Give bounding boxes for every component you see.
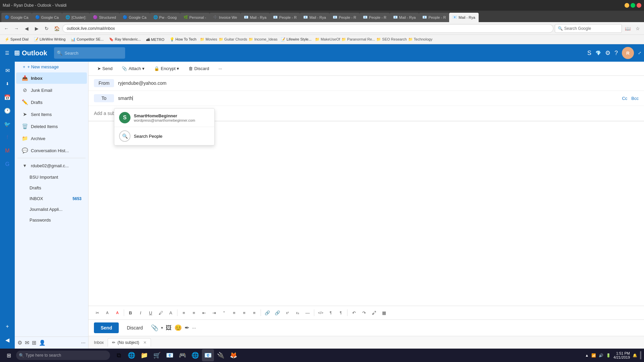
bookmark-guitar[interactable]: 📁 Guitar Chords [219,37,248,42]
desktop-show-icon[interactable] [640,351,641,359]
bookmark-technology[interactable]: 📁 Technology [408,37,433,42]
taskbar-time[interactable]: 1:51 PM 4/21/2019 [613,351,630,359]
bookmark-speed-dial[interactable]: ⚡ Speed Dial [3,37,31,42]
bookmark-lifewire[interactable]: 📝 LifeWire Writing [32,37,67,42]
nav-item-drafts-sub[interactable]: Drafts [21,183,87,193]
hamburger-menu[interactable]: ☰ [3,49,11,57]
home-button[interactable]: 🏠 [52,24,61,33]
search-people-option[interactable]: 🔍 Search People [114,127,214,145]
taskbar-app-store[interactable]: 🛒 [151,349,163,361]
nav-item-drafts[interactable]: ✏️ Drafts [16,97,87,108]
outlook-search-input[interactable] [54,47,125,59]
reload-button[interactable]: ↻ [42,24,51,33]
fmt-superscript[interactable]: x² [283,308,292,317]
fmt-paragraph2[interactable]: ¶ [336,308,345,317]
draft-tab-subject[interactable]: ✏ (No subject) ✕ [108,338,151,347]
fmt-italic[interactable]: I [136,308,145,317]
sidebar-icon-gmail[interactable]: M [1,145,13,157]
bookmark-income[interactable]: 📁 Income_Ideas [249,37,277,42]
expand-icon[interactable]: ⤢ [638,51,641,55]
bookmark-competitor[interactable]: 📊 Competitor SE... [69,37,106,42]
fmt-link[interactable]: 🔗 [263,308,272,317]
settings-icon[interactable]: ⚙ [605,49,610,57]
fmt-align-center[interactable]: ≡ [239,308,249,317]
bcc-button[interactable]: Bcc [631,96,639,101]
fmt-align-right[interactable]: ≡ [250,308,259,317]
bookmark-lifewire-style[interactable]: 📝 Lifewire Style... [279,37,314,42]
fmt-font-color[interactable]: A [113,308,122,317]
nav-grid-icon[interactable]: ⊞ [32,340,36,346]
tab-1[interactable]: 🔵Google Ca [32,13,62,22]
fmt-source[interactable]: </> [316,308,325,317]
nav-item-conversation[interactable]: 💬 Conversation Hist... [16,145,87,156]
sidebar-icon-download[interactable]: ⬇ [1,78,13,90]
encrypt-button[interactable]: 🔒 Encrypt ▾ [151,64,182,73]
tab-2[interactable]: 🌐[Cluster]: [62,13,90,22]
discard-toolbar-button[interactable]: 🗑 Discard [185,64,212,73]
nav-item-journalist[interactable]: Journalist Appli... [21,204,87,215]
tab-12[interactable]: 📧People - R [360,13,390,22]
attach-dropdown-icon[interactable]: ▾ [161,325,163,330]
sidebar-icon-clock[interactable]: 🕐 [1,105,13,117]
to-input[interactable]: smarth [114,94,622,102]
back-button[interactable]: ← [2,24,11,33]
fmt-quote[interactable]: " [219,308,229,317]
tab-14[interactable]: 📧People - R [419,13,449,22]
taskbar-arrow-icon[interactable]: ▲ [585,353,589,357]
sidebar-icon-google[interactable]: G [1,158,13,170]
tab-6[interactable]: 🌿Personal - [180,13,210,22]
browser-search-box[interactable]: 🔍 Search Google [555,24,622,33]
taskbar-app-outlook[interactable]: 📧 [202,349,214,361]
start-button[interactable]: ⊞ [3,349,15,361]
fmt-font-bg[interactable]: A [166,308,175,317]
help-icon[interactable]: ? [614,50,618,57]
tab-0[interactable]: 🔵Google Ca [1,13,32,22]
fmt-redo[interactable]: ↷ [359,308,369,317]
forward-button[interactable]: → [12,24,21,33]
fmt-bullets[interactable]: ≡ [179,308,189,317]
cc-button[interactable]: Cc [622,96,627,101]
nav-mail-icon[interactable]: ✉ [25,340,29,346]
fmt-bold[interactable]: B [126,308,135,317]
sidebar-icon-add[interactable]: + [1,320,13,333]
taskbar-search-input[interactable] [16,351,110,360]
send-button[interactable]: Send [94,322,119,333]
discard-button[interactable]: Discard [121,322,148,333]
history-back-button[interactable]: ◀ [22,24,31,33]
taskbar-volume-icon[interactable]: 🔊 [599,353,603,358]
fmt-font-size[interactable]: A [103,308,112,317]
close-button[interactable] [637,3,641,8]
tab-11[interactable]: 📧People - R [329,13,360,22]
nav-item-passwords[interactable]: Passwords [21,215,87,225]
taskbar-app-explorer[interactable]: 📁 [138,349,150,361]
history-forward-button[interactable]: ▶ [32,24,41,33]
more-toolbar-button[interactable]: ··· [215,64,225,73]
fmt-cut[interactable]: ✂ [93,308,102,317]
nav-item-inbox-sub[interactable]: INBOX 5653 [21,193,87,204]
nav-people-icon[interactable]: 👤 [39,340,46,346]
taskbar-app-filezilla[interactable]: 🔌 [215,349,227,361]
sidebar-icon-collapse[interactable]: ◀ [1,334,13,346]
nav-item-junk[interactable]: ⊘ Junk Email [16,84,87,96]
fmt-undo[interactable]: ↶ [349,308,359,317]
fmt-link2[interactable]: 🔗 [273,308,282,317]
new-message-button[interactable]: + + New message [17,62,86,72]
tab-active[interactable]: 📧Mail - Rya [449,13,479,22]
taskbar-app-xbox[interactable]: 🎮 [176,349,189,361]
emoji-icon[interactable]: 😊 [174,324,182,331]
nav-item-sent[interactable]: ➤ Sent Items [16,109,87,120]
nav-item-gmail-account[interactable]: ▾ rdube02@gmail.c... [16,160,87,171]
nav-item-inbox[interactable]: 📥 Inbox [16,72,87,84]
skype-icon[interactable]: S [587,50,591,57]
tab-3[interactable]: 🟣Structured [90,13,119,22]
nav-item-archive[interactable]: 📁 Archive [16,133,87,144]
minimize-button[interactable] [625,3,629,8]
tab-5[interactable]: 🌐Pw - Goog [150,13,180,22]
tab-8[interactable]: 📧Mail - Rya [240,13,270,22]
bookmark-metro[interactable]: 🏙 METRO [144,37,166,42]
nav-more-icon[interactable]: ··· [81,340,86,346]
image-insert-icon[interactable]: 🖼 [166,324,172,331]
rewards-icon[interactable]: 💎 [595,50,601,56]
tab-10[interactable]: 📧Mail - Rya [300,13,329,22]
sidebar-icon-calendar[interactable]: 📅 [1,91,13,103]
